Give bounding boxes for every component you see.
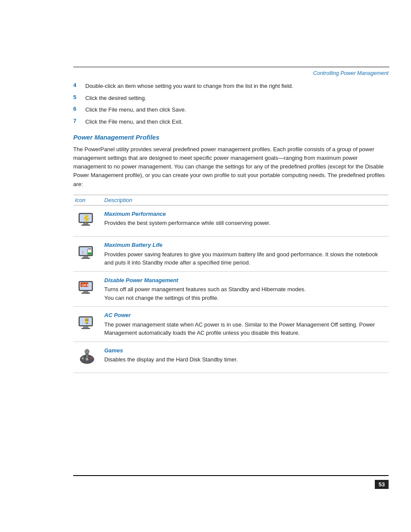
svg-rect-32 <box>82 357 83 360</box>
section-heading: Power Management Profiles <box>73 134 389 141</box>
col-desc-header: Description <box>103 195 389 205</box>
table-row: GamesDisables the display and the Hard D… <box>73 342 389 373</box>
list-item-6: 6 Click the File menu, and then click Sa… <box>73 106 389 114</box>
page-number: 53 <box>375 480 389 489</box>
svg-rect-21 <box>83 326 88 328</box>
maximum-battery-life-icon: ↑ <box>73 236 103 272</box>
svg-rect-7 <box>83 256 88 258</box>
profiles-table: Icon Description Maximum PerformanceProv… <box>73 195 389 373</box>
ac-power-icon <box>73 307 103 342</box>
profile-desc-cell: AC PowerThe power management state when … <box>103 307 389 342</box>
table-row: Maximum PerformanceProvides the best sys… <box>73 205 389 236</box>
profile-name: Disable Power Management <box>104 276 385 285</box>
svg-rect-8 <box>81 258 90 259</box>
profile-desc-cell: GamesDisables the display and the Hard D… <box>103 342 389 373</box>
page-header: Controlling Power Management <box>313 70 389 76</box>
svg-text:↑: ↑ <box>81 249 84 255</box>
profile-description: Provides the best system performance whi… <box>104 220 271 226</box>
top-rule <box>73 67 389 67</box>
svg-rect-15 <box>83 291 88 292</box>
list-item-4: 4 Double-click an item whose setting you… <box>73 82 389 90</box>
svg-rect-24 <box>86 319 87 321</box>
svg-rect-3 <box>81 224 90 226</box>
table-row: OFF Disable Power ManagementTurns off al… <box>73 271 389 307</box>
svg-point-33 <box>90 357 92 359</box>
svg-rect-10 <box>88 249 91 249</box>
main-content: 4 Double-click an item whose setting you… <box>73 82 389 373</box>
profile-name: Maximum Battery Life <box>104 241 385 249</box>
profile-desc-cell: Disable Power ManagementTurns off all po… <box>103 271 389 307</box>
maximum-performance-icon <box>73 205 103 236</box>
svg-point-29 <box>85 349 89 354</box>
list-text-5: Click the desired setting. <box>85 94 389 103</box>
list-text-4: Double-click an item whose setting you w… <box>85 82 389 90</box>
list-text-6: Click the File menu, and then click Save… <box>85 106 389 114</box>
list-num-5: 5 <box>73 94 85 100</box>
page-container: Controlling Power Management 4 Double-cl… <box>0 0 411 532</box>
svg-rect-25 <box>87 319 88 321</box>
profile-description: Turns off all power management features … <box>104 286 306 301</box>
table-row: AC PowerThe power management state when … <box>73 307 389 342</box>
svg-rect-2 <box>83 223 88 224</box>
table-row: ↑ Maximum Battery LifeProvides power sav… <box>73 236 389 272</box>
disable-power-management-icon: OFF <box>73 271 103 307</box>
profile-description: Disables the display and the Hard Disk S… <box>104 356 238 363</box>
svg-rect-26 <box>86 323 88 324</box>
svg-point-34 <box>90 359 92 361</box>
profile-desc-cell: Maximum PerformanceProvides the best sys… <box>103 205 389 236</box>
svg-rect-11 <box>88 252 91 255</box>
section-body: The PowerPanel utility provides several … <box>73 145 389 189</box>
header-title: Controlling Power Management <box>313 70 389 76</box>
bottom-rule <box>73 475 389 476</box>
profile-name: AC Power <box>104 311 385 320</box>
list-text-7: Click the File menu, and then click Exit… <box>85 118 389 126</box>
svg-text:OFF: OFF <box>81 283 89 287</box>
profile-desc-cell: Maximum Battery LifeProvides power savin… <box>103 236 389 272</box>
svg-rect-22 <box>81 328 90 329</box>
profile-name: Games <box>104 346 385 355</box>
col-icon-header: Icon <box>73 195 103 205</box>
profile-name: Maximum Performance <box>104 210 385 218</box>
svg-rect-16 <box>81 292 90 294</box>
games-icon <box>73 342 103 373</box>
svg-point-30 <box>86 358 88 361</box>
list-item-7: 7 Click the File menu, and then click Ex… <box>73 118 389 126</box>
profile-description: Provides power saving features to give y… <box>104 251 378 266</box>
list-num-4: 4 <box>73 82 85 88</box>
list-item-5: 5 Click the desired setting. <box>73 94 389 103</box>
profile-description: The power management state when AC power… <box>104 321 375 336</box>
list-num-6: 6 <box>73 106 85 112</box>
list-num-7: 7 <box>73 118 85 124</box>
numbered-list: 4 Double-click an item whose setting you… <box>73 82 389 126</box>
